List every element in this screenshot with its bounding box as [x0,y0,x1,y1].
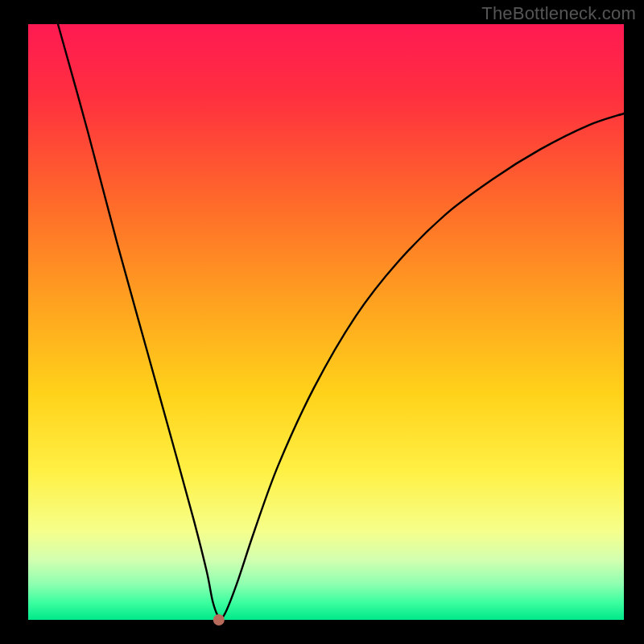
bottleneck-chart [0,0,644,644]
watermark-text: TheBottleneck.com [481,3,636,24]
chart-container: TheBottleneck.com [0,0,644,644]
min-point-marker [213,614,225,625]
plot-background [28,24,624,620]
